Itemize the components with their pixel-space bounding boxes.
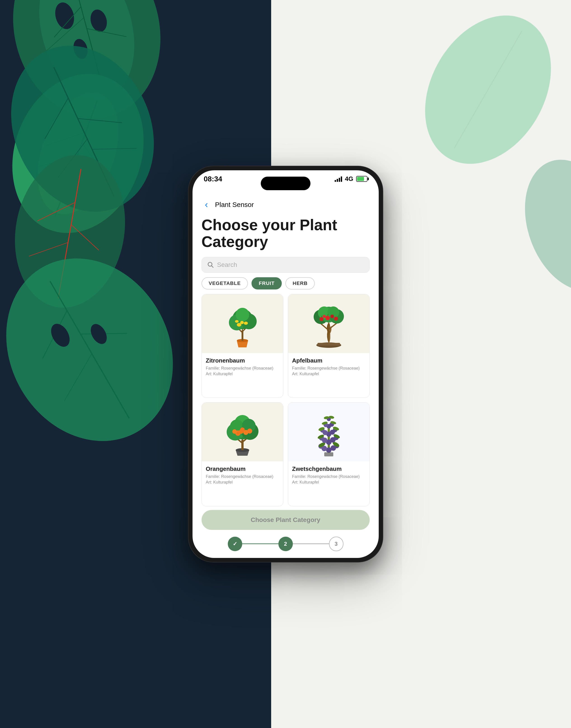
svg-point-47	[236, 308, 249, 322]
dynamic-island	[261, 177, 311, 190]
progress-step-1: ✓	[228, 537, 242, 551]
status-time: 08:34	[204, 175, 222, 183]
filter-chip-fruit[interactable]: FRUIT	[251, 277, 282, 289]
progress-indicator: ✓ 2 3	[193, 534, 379, 558]
signal-bar-2	[337, 179, 338, 182]
progress-step-2: 2	[278, 537, 293, 551]
plant-info-zwetschgenbaum: Zwetschgenbaum Familie: Rosengewächse (R…	[288, 461, 369, 490]
filter-chips: VEGETABLE FRUIT HERB	[193, 277, 379, 294]
signal-bar-4	[341, 176, 342, 182]
svg-point-89	[240, 428, 245, 432]
status-4g-label: 4G	[345, 175, 353, 183]
filter-chip-vegetable[interactable]: VEGETABLE	[202, 277, 248, 289]
svg-point-36	[508, 146, 571, 305]
plant-card-orangenbaum[interactable]: Orangenbaum Familie: Rosengewächse (Rosa…	[202, 402, 283, 506]
svg-point-68	[323, 315, 326, 318]
plant-card-zwetschgenbaum[interactable]: Zwetschgenbaum Familie: Rosengewächse (R…	[288, 402, 370, 506]
plant-grid: Zitronenbaum Familie: Rosengewächse (Ros…	[193, 294, 379, 506]
plant-image-zwetschgenbaum	[288, 402, 369, 461]
svg-point-91	[245, 432, 246, 433]
svg-rect-53	[318, 343, 340, 346]
plant-card-zitronenbaum[interactable]: Zitronenbaum Familie: Rosengewächse (Ros…	[202, 294, 283, 398]
search-placeholder: Search	[217, 261, 237, 268]
plant-name-orangenbaum: Orangenbaum	[206, 465, 279, 472]
svg-line-38	[212, 266, 213, 267]
plant-family-orangenbaum: Familie: Rosengewächse (Rosaceae)	[206, 474, 279, 479]
signal-bars	[335, 176, 342, 182]
phone-screen: 08:34 4G	[193, 170, 379, 558]
signal-bar-3	[339, 178, 340, 182]
status-right: 4G	[335, 175, 367, 183]
svg-point-34	[399, 0, 571, 187]
plant-art-orangenbaum: Art: Kulturapfel	[206, 479, 279, 485]
plant-name-zitronenbaum: Zitronenbaum	[206, 357, 279, 364]
search-bar[interactable]: Search	[202, 257, 370, 273]
signal-bar-1	[335, 180, 336, 182]
svg-point-65	[325, 316, 330, 320]
battery-indicator	[356, 176, 367, 182]
plant-name-apfelbaum: Apfelbaum	[292, 357, 365, 364]
plant-art-zitronenbaum: Art: Kulturapfel	[206, 371, 279, 377]
phone-frame: 08:34 4G	[189, 166, 383, 562]
plant-name-zwetschgenbaum: Zwetschgenbaum	[292, 465, 365, 472]
nav-title: Plant Sensor	[215, 201, 254, 208]
progress-line-2	[293, 543, 329, 544]
svg-point-50	[240, 321, 244, 324]
svg-point-49	[244, 322, 248, 325]
page-title-line2: Category	[202, 233, 268, 250]
plant-image-orangenbaum	[202, 402, 283, 461]
svg-point-66	[334, 316, 338, 321]
filter-chip-herb[interactable]: HERB	[286, 277, 315, 289]
app-content: ‹ Plant Sensor Choose your Plant Categor…	[193, 195, 379, 558]
plant-art-apfelbaum: Art: Kulturapfel	[292, 371, 365, 377]
battery-level	[357, 177, 364, 181]
svg-point-51	[235, 320, 239, 323]
progress-step-3: 3	[329, 537, 343, 551]
page-title-line1: Choose your Plant	[202, 216, 337, 234]
plant-family-apfelbaum: Familie: Rosengewächse (Rosaceae)	[292, 365, 365, 371]
svg-point-67	[330, 314, 334, 318]
phone-mockup: 08:34 4G	[189, 166, 383, 562]
progress-line-1	[242, 543, 278, 544]
plant-image-apfelbaum	[288, 294, 369, 353]
plant-family-zitronenbaum: Familie: Rosengewächse (Rosaceae)	[206, 365, 279, 371]
svg-point-90	[237, 432, 239, 434]
plant-info-zitronenbaum: Zitronenbaum Familie: Rosengewächse (Ros…	[202, 353, 283, 381]
search-icon	[207, 261, 214, 268]
page-title: Choose your Plant Category	[193, 212, 379, 253]
search-container: Search	[193, 252, 379, 277]
plant-info-orangenbaum: Orangenbaum Familie: Rosengewächse (Rosa…	[202, 461, 283, 490]
plant-family-zwetschgenbaum: Familie: Rosengewächse (Rosaceae)	[292, 474, 365, 479]
svg-point-88	[247, 429, 252, 434]
choose-category-button[interactable]: Choose Plant Category	[202, 510, 370, 530]
plant-art-zwetschgenbaum: Art: Kulturapfel	[292, 479, 365, 485]
plant-image-zitronenbaum	[202, 294, 283, 353]
svg-point-87	[232, 429, 237, 434]
back-button[interactable]: ‹	[202, 200, 212, 210]
svg-point-64	[320, 317, 324, 321]
plant-card-apfelbaum[interactable]: Apfelbaum Familie: Rosengewächse (Rosace…	[288, 294, 370, 398]
plant-info-apfelbaum: Apfelbaum Familie: Rosengewächse (Rosace…	[288, 353, 369, 381]
nav-bar: ‹ Plant Sensor	[193, 195, 379, 212]
